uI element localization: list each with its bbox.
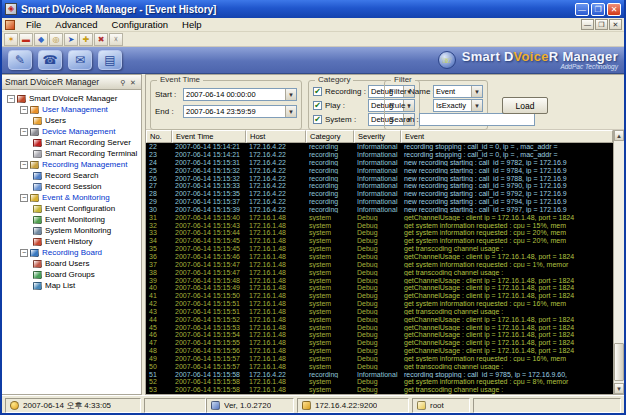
event-row-25[interactable]: 252007-06-14 15:15:32172.16.4.22recordin… [146,167,624,175]
column-header-host[interactable]: Host [246,130,306,143]
start-time-combobox[interactable]: 2007-06-14 00:00:00 ▼ [183,88,297,101]
search-icon[interactable]: ◎ [49,33,63,46]
tree-item-user-management[interactable]: −User Management [2,104,141,115]
title-bar[interactable]: ◈ Smart DVoiceR Manager - [Event History… [2,0,624,18]
chevron-down-icon[interactable]: ▼ [285,89,296,100]
event-row-53[interactable]: 532007-06-14 15:15:58172.16.1.48systemDe… [146,386,624,394]
event-history-icon[interactable]: ✖ [94,33,108,46]
event-row-48[interactable]: 482007-06-14 15:15:56172.16.1.48systemDe… [146,347,624,355]
record-search-icon[interactable]: ◆ [34,33,48,46]
system-monitor-icon[interactable]: ✚ [79,33,93,46]
vertical-scrollbar[interactable]: ▲ ▼ [613,130,624,394]
event-row-39[interactable]: 392007-06-14 15:15:48172.16.1.48systemDe… [146,276,624,284]
event-row-43[interactable]: 432007-06-14 15:15:51172.16.1.48systemDe… [146,308,624,316]
column-header-category[interactable]: Category [306,130,354,143]
column-header-no[interactable]: No. [146,130,172,143]
event-row-35[interactable]: 352007-06-14 15:15:45172.16.1.48systemDe… [146,245,624,253]
event-row-45[interactable]: 452007-06-14 15:15:53172.16.1.48systemDe… [146,323,624,331]
scrollbar-track[interactable] [614,141,624,383]
close-button[interactable]: ✕ [607,3,621,16]
tree-item-record-search[interactable]: Record Search [2,170,141,181]
tree-item-record-session[interactable]: Record Session [2,181,141,192]
tree-item-map-list[interactable]: Map List [2,280,141,291]
mdi-restore-button[interactable]: ❐ [595,19,608,30]
scroll-up-icon[interactable]: ▲ [614,130,624,141]
disconnect-icon[interactable]: ▬ [19,33,33,46]
event-row-36[interactable]: 362007-06-14 15:15:46172.16.1.48systemDe… [146,253,624,261]
event-row-23[interactable]: 232007-06-14 15:14:21172.16.4.22recordin… [146,151,624,159]
close-view-icon[interactable]: ☓ [109,33,123,46]
event-row-38[interactable]: 382007-06-14 15:15:47172.16.1.48systemDe… [146,269,624,277]
event-row-28[interactable]: 282007-06-14 15:15:35172.16.4.22recordin… [146,190,624,198]
sidebar-close-icon[interactable]: ✕ [128,77,138,87]
menu-item-advanced[interactable]: Advanced [48,19,104,30]
event-row-52[interactable]: 522007-06-14 15:15:58172.16.1.48systemDe… [146,378,624,386]
mail-send-icon[interactable]: ✉ [68,50,92,70]
tree-item-smart-recording-server[interactable]: Smart Recording Server [2,137,141,148]
load-button[interactable]: Load [502,97,548,114]
column-header-severity[interactable]: Severity [354,130,401,143]
event-row-37[interactable]: 372007-06-14 15:15:47172.16.1.48systemDe… [146,261,624,269]
tree-item-system-monitoring[interactable]: System Monitoring [2,225,141,236]
tree-collapse-icon[interactable]: − [20,161,28,169]
tree-item-event-monitoring[interactable]: −Event & Monitoring [2,192,141,203]
rule-combobox[interactable]: IsExactly ▼ [433,99,483,112]
tree-item-recording-board[interactable]: −Recording Board [2,247,141,258]
event-row-50[interactable]: 502007-06-14 15:15:57172.16.1.48systemDe… [146,363,624,371]
event-row-29[interactable]: 292007-06-14 15:15:37172.16.4.22recordin… [146,198,624,206]
tree-item-event-history[interactable]: Event History [2,236,141,247]
recording-checkbox[interactable]: ✔ [313,87,322,96]
tree-collapse-icon[interactable]: − [7,95,15,103]
tree-item-smart-dvoicer-manager[interactable]: −Smart DVoiceR Manager [2,93,141,104]
chevron-down-icon[interactable]: ▼ [471,100,482,111]
event-row-26[interactable]: 262007-06-14 15:15:32172.16.4.22recordin… [146,174,624,182]
tree-item-board-users[interactable]: Board Users [2,258,141,269]
column-header-event[interactable]: Event [401,130,613,143]
tree-item-event-configuration[interactable]: Event Configuration [2,203,141,214]
mdi-close-button[interactable]: ✕ [609,19,622,30]
record-note-icon[interactable]: ✎ [8,50,32,70]
search-input[interactable] [419,113,535,126]
chevron-down-icon[interactable]: ▼ [285,106,296,117]
phone-search-icon[interactable]: ☎ [38,50,62,70]
menu-item-file[interactable]: File [19,19,48,30]
event-monitor-icon[interactable]: ➤ [64,33,78,46]
mdi-minimize-button[interactable]: — [581,19,594,30]
event-row-27[interactable]: 272007-06-14 15:15:33172.16.4.22recordin… [146,182,624,190]
event-row-34[interactable]: 342007-06-14 15:15:45172.16.1.48systemDe… [146,237,624,245]
tree-item-smart-recording-terminal[interactable]: Smart Recording Terminal [2,148,141,159]
event-row-22[interactable]: 222007-06-14 15:14:21172.16.4.22recordin… [146,143,624,151]
tree-item-users[interactable]: Users [2,115,141,126]
event-row-41[interactable]: 412007-06-14 15:15:50172.16.1.48systemDe… [146,292,624,300]
tree-collapse-icon[interactable]: − [20,249,28,257]
event-row-51[interactable]: 512007-06-14 15:15:58172.16.4.22recordin… [146,370,624,378]
tree-item-board-groups[interactable]: Board Groups [2,269,141,280]
column-header-time[interactable]: Event Time [172,130,246,143]
maximize-button[interactable]: ❐ [591,3,605,16]
play-checkbox[interactable]: ✔ [313,101,322,110]
event-row-47[interactable]: 472007-06-14 15:15:55172.16.1.48systemDe… [146,339,624,347]
event-row-31[interactable]: 312007-06-14 15:15:40172.16.1.48systemDe… [146,214,624,222]
tree-collapse-icon[interactable]: − [20,106,28,114]
tree-item-event-monitoring[interactable]: Event Monitoring [2,214,141,225]
event-row-49[interactable]: 492007-06-14 15:15:57172.16.1.48systemDe… [146,355,624,363]
end-time-combobox[interactable]: 2007-06-14 23:59:59 ▼ [183,105,297,118]
event-row-40[interactable]: 402007-06-14 15:15:49172.16.1.48systemDe… [146,284,624,292]
tree-item-recording-management[interactable]: −Recording Management [2,159,141,170]
scrollbar-thumb[interactable] [614,343,624,381]
chevron-down-icon[interactable]: ▼ [471,86,482,97]
filter-name-combobox[interactable]: Event ▼ [433,85,483,98]
event-row-30[interactable]: 302007-06-14 15:15:39172.16.4.22recordin… [146,206,624,214]
menu-item-configuration[interactable]: Configuration [105,19,176,30]
tree-collapse-icon[interactable]: − [20,128,28,136]
tree-item-device-management[interactable]: −Device Management [2,126,141,137]
event-row-42[interactable]: 422007-06-14 15:15:51172.16.1.48systemDe… [146,300,624,308]
minimize-button[interactable]: — [575,3,589,16]
event-row-46[interactable]: 462007-06-14 15:15:54172.16.1.48systemDe… [146,331,624,339]
event-row-24[interactable]: 242007-06-14 15:15:31172.16.4.22recordin… [146,159,624,167]
event-row-44[interactable]: 442007-06-14 15:15:52172.16.1.48systemDe… [146,316,624,324]
system-checkbox[interactable]: ✔ [313,115,322,124]
monitor-send-icon[interactable]: ▤ [98,50,122,70]
pin-icon[interactable]: ⚲ [118,77,128,87]
connect-icon[interactable]: ✶ [4,33,18,46]
